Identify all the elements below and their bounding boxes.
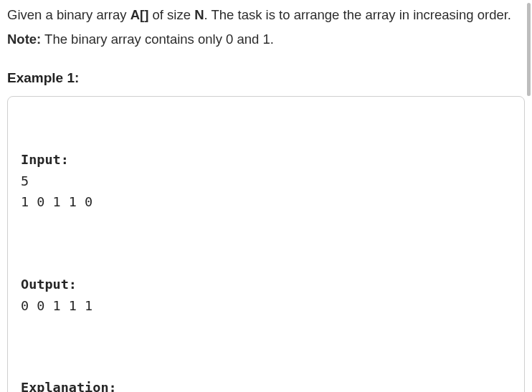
example-output-block: Output: 0 0 1 1 1 xyxy=(21,274,511,316)
scrollbar-thumb[interactable] xyxy=(527,3,531,96)
problem-text-part: of size xyxy=(148,7,194,22)
problem-text-part: . The task is to arrange the array in in… xyxy=(204,7,511,22)
problem-note: Note: The binary array contains only 0 a… xyxy=(7,30,525,49)
problem-text-part: Given a binary array xyxy=(7,7,130,22)
example-code-box: Input: 5 1 0 1 1 0 Output: 0 0 1 1 1 Exp… xyxy=(7,96,525,392)
input-label: Input: xyxy=(21,152,69,167)
problem-description: Given a binary array A[] of size N. The … xyxy=(7,6,525,24)
example-explanation-block: Explanation: After arranging the element… xyxy=(21,377,511,392)
explanation-label: Explanation: xyxy=(21,380,117,392)
problem-text-bold: N xyxy=(194,7,204,22)
note-label: Note: xyxy=(7,32,41,47)
problem-text-bold: A[] xyxy=(130,7,149,22)
input-body: 5 1 0 1 1 0 xyxy=(21,173,92,210)
output-body: 0 0 1 1 1 xyxy=(21,298,92,313)
output-label: Output: xyxy=(21,277,77,292)
example-heading: Example 1: xyxy=(7,70,525,86)
note-text: The binary array contains only 0 and 1. xyxy=(41,32,274,47)
example-input-block: Input: 5 1 0 1 1 0 xyxy=(21,149,511,213)
